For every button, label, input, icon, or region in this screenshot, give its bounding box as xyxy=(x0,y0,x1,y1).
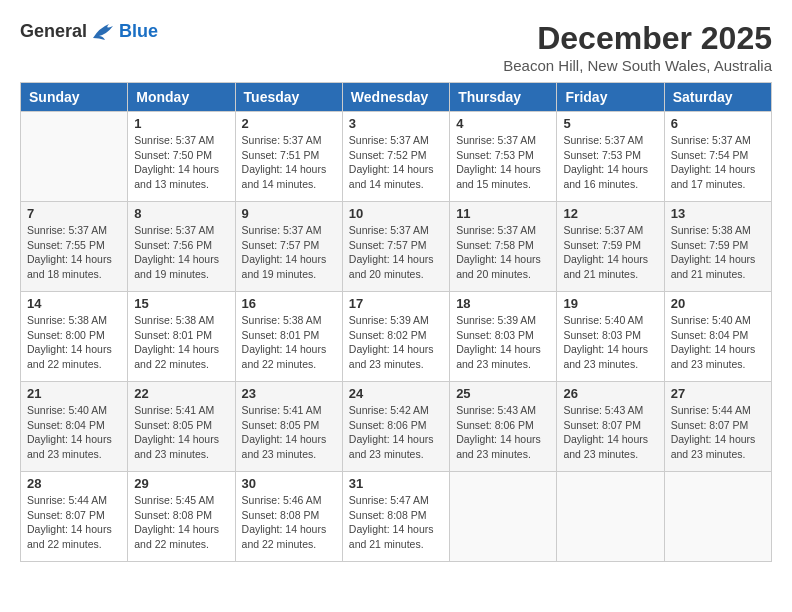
cell-info-text: Sunrise: 5:44 AM Sunset: 8:07 PM Dayligh… xyxy=(27,493,121,552)
column-header-friday: Friday xyxy=(557,83,664,112)
calendar-cell xyxy=(21,112,128,202)
calendar-cell: 15Sunrise: 5:38 AM Sunset: 8:01 PM Dayli… xyxy=(128,292,235,382)
cell-info-text: Sunrise: 5:37 AM Sunset: 7:58 PM Dayligh… xyxy=(456,223,550,282)
calendar-cell: 27Sunrise: 5:44 AM Sunset: 8:07 PM Dayli… xyxy=(664,382,771,472)
cell-day-number: 2 xyxy=(242,116,336,131)
calendar-cell: 1Sunrise: 5:37 AM Sunset: 7:50 PM Daylig… xyxy=(128,112,235,202)
column-header-monday: Monday xyxy=(128,83,235,112)
cell-day-number: 21 xyxy=(27,386,121,401)
logo: General Blue xyxy=(20,20,158,42)
calendar-cell: 8Sunrise: 5:37 AM Sunset: 7:56 PM Daylig… xyxy=(128,202,235,292)
calendar-week-row: 28Sunrise: 5:44 AM Sunset: 8:07 PM Dayli… xyxy=(21,472,772,562)
cell-day-number: 18 xyxy=(456,296,550,311)
cell-info-text: Sunrise: 5:40 AM Sunset: 8:03 PM Dayligh… xyxy=(563,313,657,372)
calendar-cell: 9Sunrise: 5:37 AM Sunset: 7:57 PM Daylig… xyxy=(235,202,342,292)
calendar-week-row: 21Sunrise: 5:40 AM Sunset: 8:04 PM Dayli… xyxy=(21,382,772,472)
location-subtitle: Beacon Hill, New South Wales, Australia xyxy=(503,57,772,74)
cell-day-number: 10 xyxy=(349,206,443,221)
calendar-cell: 12Sunrise: 5:37 AM Sunset: 7:59 PM Dayli… xyxy=(557,202,664,292)
cell-info-text: Sunrise: 5:41 AM Sunset: 8:05 PM Dayligh… xyxy=(134,403,228,462)
calendar-cell xyxy=(557,472,664,562)
cell-info-text: Sunrise: 5:47 AM Sunset: 8:08 PM Dayligh… xyxy=(349,493,443,552)
cell-day-number: 4 xyxy=(456,116,550,131)
cell-day-number: 28 xyxy=(27,476,121,491)
calendar-cell: 30Sunrise: 5:46 AM Sunset: 8:08 PM Dayli… xyxy=(235,472,342,562)
cell-info-text: Sunrise: 5:43 AM Sunset: 8:07 PM Dayligh… xyxy=(563,403,657,462)
cell-day-number: 15 xyxy=(134,296,228,311)
cell-info-text: Sunrise: 5:38 AM Sunset: 7:59 PM Dayligh… xyxy=(671,223,765,282)
calendar-cell: 11Sunrise: 5:37 AM Sunset: 7:58 PM Dayli… xyxy=(450,202,557,292)
calendar-cell: 6Sunrise: 5:37 AM Sunset: 7:54 PM Daylig… xyxy=(664,112,771,202)
cell-info-text: Sunrise: 5:37 AM Sunset: 7:57 PM Dayligh… xyxy=(242,223,336,282)
cell-info-text: Sunrise: 5:44 AM Sunset: 8:07 PM Dayligh… xyxy=(671,403,765,462)
cell-info-text: Sunrise: 5:39 AM Sunset: 8:03 PM Dayligh… xyxy=(456,313,550,372)
calendar-cell: 20Sunrise: 5:40 AM Sunset: 8:04 PM Dayli… xyxy=(664,292,771,382)
cell-day-number: 30 xyxy=(242,476,336,491)
cell-info-text: Sunrise: 5:38 AM Sunset: 8:01 PM Dayligh… xyxy=(242,313,336,372)
cell-info-text: Sunrise: 5:37 AM Sunset: 7:50 PM Dayligh… xyxy=(134,133,228,192)
cell-day-number: 17 xyxy=(349,296,443,311)
calendar-cell: 21Sunrise: 5:40 AM Sunset: 8:04 PM Dayli… xyxy=(21,382,128,472)
logo-general-text: General xyxy=(20,21,87,42)
cell-info-text: Sunrise: 5:37 AM Sunset: 7:51 PM Dayligh… xyxy=(242,133,336,192)
cell-day-number: 12 xyxy=(563,206,657,221)
title-block: December 2025 Beacon Hill, New South Wal… xyxy=(503,20,772,74)
column-header-wednesday: Wednesday xyxy=(342,83,449,112)
calendar-header-row: SundayMondayTuesdayWednesdayThursdayFrid… xyxy=(21,83,772,112)
cell-day-number: 19 xyxy=(563,296,657,311)
cell-info-text: Sunrise: 5:40 AM Sunset: 8:04 PM Dayligh… xyxy=(27,403,121,462)
cell-day-number: 31 xyxy=(349,476,443,491)
column-header-saturday: Saturday xyxy=(664,83,771,112)
cell-day-number: 16 xyxy=(242,296,336,311)
cell-info-text: Sunrise: 5:37 AM Sunset: 7:57 PM Dayligh… xyxy=(349,223,443,282)
cell-info-text: Sunrise: 5:37 AM Sunset: 7:52 PM Dayligh… xyxy=(349,133,443,192)
cell-day-number: 11 xyxy=(456,206,550,221)
cell-info-text: Sunrise: 5:46 AM Sunset: 8:08 PM Dayligh… xyxy=(242,493,336,552)
cell-day-number: 5 xyxy=(563,116,657,131)
cell-day-number: 26 xyxy=(563,386,657,401)
calendar-cell: 3Sunrise: 5:37 AM Sunset: 7:52 PM Daylig… xyxy=(342,112,449,202)
column-header-thursday: Thursday xyxy=(450,83,557,112)
calendar-cell: 24Sunrise: 5:42 AM Sunset: 8:06 PM Dayli… xyxy=(342,382,449,472)
cell-info-text: Sunrise: 5:37 AM Sunset: 7:55 PM Dayligh… xyxy=(27,223,121,282)
calendar-cell: 26Sunrise: 5:43 AM Sunset: 8:07 PM Dayli… xyxy=(557,382,664,472)
logo-bird-icon xyxy=(89,20,117,42)
cell-info-text: Sunrise: 5:37 AM Sunset: 7:59 PM Dayligh… xyxy=(563,223,657,282)
cell-info-text: Sunrise: 5:42 AM Sunset: 8:06 PM Dayligh… xyxy=(349,403,443,462)
calendar-cell: 22Sunrise: 5:41 AM Sunset: 8:05 PM Dayli… xyxy=(128,382,235,472)
calendar-cell: 16Sunrise: 5:38 AM Sunset: 8:01 PM Dayli… xyxy=(235,292,342,382)
calendar-week-row: 1Sunrise: 5:37 AM Sunset: 7:50 PM Daylig… xyxy=(21,112,772,202)
calendar-cell: 2Sunrise: 5:37 AM Sunset: 7:51 PM Daylig… xyxy=(235,112,342,202)
cell-info-text: Sunrise: 5:37 AM Sunset: 7:53 PM Dayligh… xyxy=(563,133,657,192)
calendar-cell: 4Sunrise: 5:37 AM Sunset: 7:53 PM Daylig… xyxy=(450,112,557,202)
calendar-cell: 25Sunrise: 5:43 AM Sunset: 8:06 PM Dayli… xyxy=(450,382,557,472)
page-header: General Blue December 2025 Beacon Hill, … xyxy=(20,20,772,74)
cell-info-text: Sunrise: 5:38 AM Sunset: 8:01 PM Dayligh… xyxy=(134,313,228,372)
cell-day-number: 24 xyxy=(349,386,443,401)
calendar-cell: 13Sunrise: 5:38 AM Sunset: 7:59 PM Dayli… xyxy=(664,202,771,292)
calendar-cell: 31Sunrise: 5:47 AM Sunset: 8:08 PM Dayli… xyxy=(342,472,449,562)
calendar-cell: 14Sunrise: 5:38 AM Sunset: 8:00 PM Dayli… xyxy=(21,292,128,382)
cell-day-number: 23 xyxy=(242,386,336,401)
calendar-week-row: 7Sunrise: 5:37 AM Sunset: 7:55 PM Daylig… xyxy=(21,202,772,292)
cell-info-text: Sunrise: 5:40 AM Sunset: 8:04 PM Dayligh… xyxy=(671,313,765,372)
calendar-table: SundayMondayTuesdayWednesdayThursdayFrid… xyxy=(20,82,772,562)
logo-blue-text: Blue xyxy=(119,21,158,42)
calendar-cell: 23Sunrise: 5:41 AM Sunset: 8:05 PM Dayli… xyxy=(235,382,342,472)
calendar-cell: 5Sunrise: 5:37 AM Sunset: 7:53 PM Daylig… xyxy=(557,112,664,202)
cell-day-number: 14 xyxy=(27,296,121,311)
cell-day-number: 3 xyxy=(349,116,443,131)
cell-info-text: Sunrise: 5:37 AM Sunset: 7:54 PM Dayligh… xyxy=(671,133,765,192)
calendar-week-row: 14Sunrise: 5:38 AM Sunset: 8:00 PM Dayli… xyxy=(21,292,772,382)
calendar-cell: 7Sunrise: 5:37 AM Sunset: 7:55 PM Daylig… xyxy=(21,202,128,292)
cell-day-number: 8 xyxy=(134,206,228,221)
cell-day-number: 9 xyxy=(242,206,336,221)
column-header-tuesday: Tuesday xyxy=(235,83,342,112)
cell-info-text: Sunrise: 5:38 AM Sunset: 8:00 PM Dayligh… xyxy=(27,313,121,372)
cell-day-number: 20 xyxy=(671,296,765,311)
calendar-cell: 29Sunrise: 5:45 AM Sunset: 8:08 PM Dayli… xyxy=(128,472,235,562)
cell-info-text: Sunrise: 5:37 AM Sunset: 7:56 PM Dayligh… xyxy=(134,223,228,282)
cell-day-number: 1 xyxy=(134,116,228,131)
cell-day-number: 13 xyxy=(671,206,765,221)
cell-day-number: 27 xyxy=(671,386,765,401)
